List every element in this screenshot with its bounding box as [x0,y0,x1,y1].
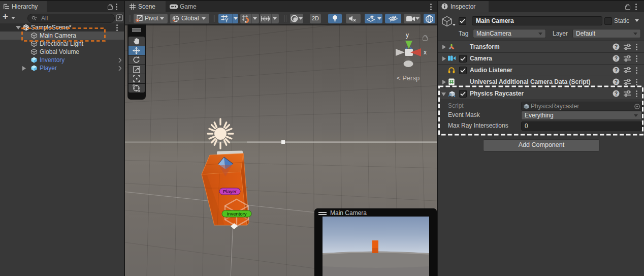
svg-text:Inventory: Inventory [227,211,246,217]
svg-text:Y: Y [225,17,229,23]
svg-text:y: y [406,32,409,39]
svg-text:x: x [424,49,427,56]
svg-text:< Persp: < Persp [397,74,420,82]
svg-text:Player: Player [223,189,237,194]
